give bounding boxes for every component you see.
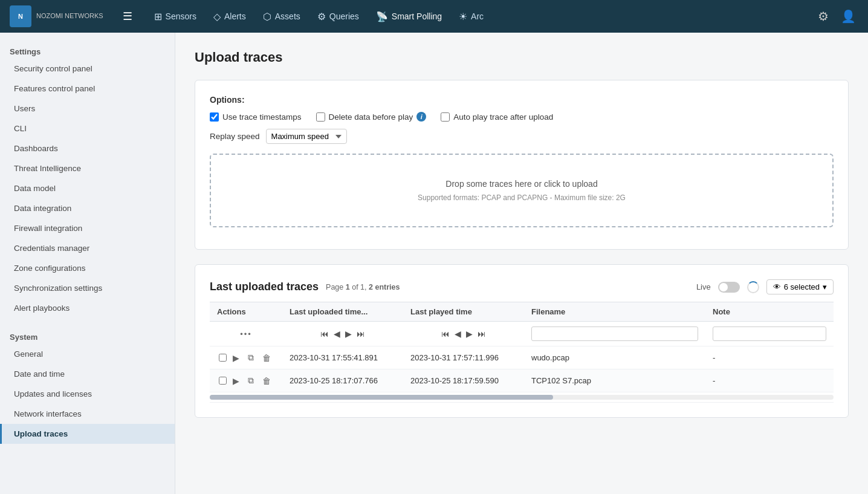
sidebar-item-alert-playbooks[interactable]: Alert playbooks bbox=[0, 298, 175, 318]
row-1-delete-button[interactable]: 🗑 bbox=[260, 352, 273, 364]
played-time-controls: ⏮ ◀ ▶ ⏭ bbox=[410, 328, 517, 340]
played-next-btn[interactable]: ▶ bbox=[465, 328, 474, 340]
settings-icon-button[interactable]: ⚙ bbox=[815, 7, 831, 26]
row-2-delete-button[interactable]: 🗑 bbox=[260, 375, 273, 387]
skip-to-end-btn[interactable]: ⏭ bbox=[355, 328, 366, 340]
played-skip-start-btn[interactable]: ⏮ bbox=[440, 328, 451, 340]
table-row: ▶ ⧉ 🗑 2023-10-25 18:17:07.766 2023-10-25… bbox=[210, 369, 834, 392]
auto-play-label[interactable]: Auto play trace after upload bbox=[441, 112, 553, 122]
sidebar-item-credentials-manager[interactable]: Credentials manager bbox=[0, 238, 175, 258]
traces-table-card: Last uploaded traces Page 1 of 1, 2 entr… bbox=[195, 264, 849, 418]
file-dropzone[interactable]: Drop some traces here or click to upload… bbox=[210, 154, 834, 227]
sidebar-item-users[interactable]: Users bbox=[0, 99, 175, 119]
prev-btn[interactable]: ◀ bbox=[332, 328, 342, 340]
col-header-filename: Filename bbox=[524, 302, 705, 322]
row-2-play-button[interactable]: ▶ bbox=[230, 375, 242, 387]
skip-to-start-btn[interactable]: ⏮ bbox=[319, 328, 330, 340]
delete-data-info-icon[interactable]: i bbox=[416, 112, 426, 122]
replay-speed-select[interactable]: Maximum speed 1x 2x 4x 0.5x bbox=[266, 129, 347, 144]
use-trace-timestamps-checkbox[interactable] bbox=[210, 112, 219, 122]
logo-text: NOZOMI NETWORKS bbox=[36, 12, 103, 20]
played-skip-end-btn[interactable]: ⏭ bbox=[476, 328, 487, 340]
live-toggle-thumb bbox=[719, 283, 728, 291]
next-btn[interactable]: ▶ bbox=[344, 328, 353, 340]
queries-icon: ⚙ bbox=[317, 11, 326, 22]
hamburger-menu-button[interactable]: ☰ bbox=[118, 7, 137, 25]
options-section: Options: Use trace timestamps Delete dat… bbox=[210, 95, 834, 144]
row-1-filename: wudo.pcap bbox=[524, 346, 705, 369]
filename-filter-input[interactable] bbox=[531, 327, 698, 341]
row-1-action-icons: ▶ ⧉ 🗑 bbox=[217, 351, 275, 364]
delete-data-text: Delete data before play bbox=[329, 112, 413, 122]
sidebar-item-synchronization-settings[interactable]: Synchronization settings bbox=[0, 278, 175, 298]
row-2-checkbox[interactable] bbox=[219, 377, 227, 385]
nav-label-alerts: Alerts bbox=[224, 11, 246, 21]
nav-item-queries[interactable]: ⚙ Queries bbox=[310, 7, 366, 26]
actions-cell-2: ▶ ⧉ 🗑 bbox=[210, 369, 282, 392]
sidebar-item-features-control-panel[interactable]: Features control panel bbox=[0, 79, 175, 99]
logo: N NOZOMI NETWORKS bbox=[10, 5, 103, 27]
nav-item-assets[interactable]: ⬡ Assets bbox=[256, 7, 308, 26]
sidebar-item-data-integration[interactable]: Data integration bbox=[0, 198, 175, 218]
sidebar-item-security-control-panel[interactable]: Security control panel bbox=[0, 59, 175, 79]
row-1-checkbox[interactable] bbox=[219, 354, 227, 362]
nav-item-alerts[interactable]: ◇ Alerts bbox=[206, 7, 253, 26]
filter-cell-note bbox=[705, 322, 834, 346]
sensors-icon: ⊞ bbox=[154, 11, 162, 22]
live-toggle[interactable] bbox=[718, 282, 740, 293]
delete-data-checkbox[interactable] bbox=[316, 112, 325, 122]
table-filter-row: ••• ⏮ ◀ ▶ ⏭ ⏮ bbox=[210, 322, 834, 346]
table-actions-right: Live 👁 6 selected ▾ bbox=[696, 279, 834, 294]
auto-play-checkbox[interactable] bbox=[441, 112, 450, 122]
nav-label-arc: Arc bbox=[471, 11, 484, 21]
col-header-note: Note bbox=[705, 302, 834, 322]
sidebar-item-zone-configurations[interactable]: Zone configurations bbox=[0, 258, 175, 278]
sidebar-item-date-and-time[interactable]: Date and time bbox=[0, 364, 175, 384]
columns-selector-button[interactable]: 👁 6 selected ▾ bbox=[766, 279, 834, 294]
sidebar-item-general[interactable]: General bbox=[0, 344, 175, 364]
nav-items: ⊞ Sensors ◇ Alerts ⬡ Assets ⚙ Queries 📡 … bbox=[147, 7, 811, 26]
row-2-copy-button[interactable]: ⧉ bbox=[245, 374, 256, 387]
row-1-play-button[interactable]: ▶ bbox=[230, 352, 242, 364]
nav-label-queries: Queries bbox=[329, 11, 359, 21]
assets-icon: ⬡ bbox=[263, 11, 271, 22]
sidebar-item-dashboards[interactable]: Dashboards bbox=[0, 138, 175, 158]
nav-right: ⚙ 👤 bbox=[815, 7, 858, 26]
col-header-actions: Actions bbox=[210, 302, 282, 322]
row-1-copy-button[interactable]: ⧉ bbox=[245, 351, 256, 364]
sidebar-item-upload-traces[interactable]: Upload traces bbox=[0, 424, 175, 444]
dropzone-main-text: Drop some traces here or click to upload bbox=[223, 179, 820, 189]
table-header-row: Actions Last uploaded time... Last playe… bbox=[210, 302, 834, 322]
sidebar-item-cli[interactable]: CLI bbox=[0, 119, 175, 138]
use-trace-timestamps-label[interactable]: Use trace timestamps bbox=[210, 112, 302, 122]
sidebar-item-firewall-integration[interactable]: Firewall integration bbox=[0, 218, 175, 238]
sidebar-item-network-interfaces[interactable]: Network interfaces bbox=[0, 404, 175, 424]
scrollbar-cell bbox=[210, 392, 834, 403]
sidebar-item-data-model[interactable]: Data model bbox=[0, 178, 175, 198]
sidebar-item-threat-intelligence[interactable]: Threat Intelligence bbox=[0, 158, 175, 178]
row-2-action-icons: ▶ ⧉ 🗑 bbox=[217, 374, 275, 387]
table-header: Last uploaded traces Page 1 of 1, 2 entr… bbox=[210, 279, 834, 294]
sidebar-item-updates-and-licenses[interactable]: Updates and licenses bbox=[0, 384, 175, 404]
actions-ellipsis: ••• bbox=[240, 330, 252, 339]
row-2-last-uploaded: 2023-10-25 18:17:07.766 bbox=[282, 369, 403, 392]
col-header-last-uploaded: Last uploaded time... bbox=[282, 302, 403, 322]
alerts-icon: ◇ bbox=[213, 11, 221, 22]
delete-data-label[interactable]: Delete data before play i bbox=[316, 112, 427, 122]
row-2-note: - bbox=[705, 369, 834, 392]
horizontal-scrollbar[interactable] bbox=[210, 395, 834, 400]
nav-item-sensors[interactable]: ⊞ Sensors bbox=[147, 7, 204, 26]
loading-spinner bbox=[747, 281, 759, 293]
nav-item-arc[interactable]: ☀ Arc bbox=[452, 7, 491, 26]
page-title: Upload traces bbox=[195, 50, 849, 65]
uploaded-time-controls: ⏮ ◀ ▶ ⏭ bbox=[290, 328, 396, 340]
live-toggle-track[interactable] bbox=[718, 282, 740, 293]
user-icon-button[interactable]: 👤 bbox=[838, 7, 858, 26]
sidebar: Settings Security control panel Features… bbox=[0, 33, 175, 494]
filter-cell-played: ⏮ ◀ ▶ ⏭ bbox=[403, 322, 524, 346]
filter-cell-uploaded: ⏮ ◀ ▶ ⏭ bbox=[282, 322, 403, 346]
nav-item-smart-polling[interactable]: 📡 Smart Polling bbox=[369, 7, 449, 26]
pagination-page-current: 1 bbox=[346, 283, 350, 291]
played-prev-btn[interactable]: ◀ bbox=[453, 328, 462, 340]
note-filter-input[interactable] bbox=[713, 327, 826, 341]
